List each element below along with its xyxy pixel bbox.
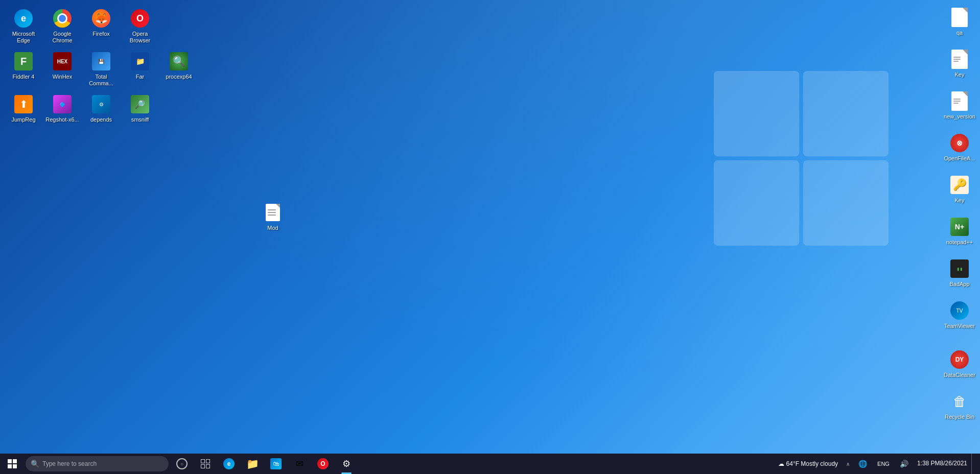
procexp-icon: 🔍	[170, 52, 188, 70]
icon-far[interactable]: 📁 Far	[122, 48, 158, 89]
taskbar-mail[interactable]: ✉	[288, 454, 311, 474]
fiddler-icon: F	[14, 52, 33, 70]
task-sq-4	[206, 464, 210, 468]
desktop-icons-row2: F Fiddler 4 HEX WinHex 💾 TotalComma... 📁	[5, 48, 197, 89]
taskbar-network[interactable]: 🌐	[854, 454, 872, 474]
icon-datacleaner-label: DataCleaner	[944, 372, 975, 378]
depends-icon: ⚙	[92, 95, 110, 113]
taskbar-clock[interactable]: 1:38 PM 8/26/2021	[914, 454, 970, 474]
windows-start-icon	[8, 459, 17, 468]
taskbar-search-bar[interactable]: 🔍 Type here to search	[26, 456, 169, 471]
icon-qa[interactable]: qa	[941, 4, 978, 45]
icon-datacleaner[interactable]: DY DataCleaner	[941, 346, 978, 387]
file-line2	[268, 212, 276, 213]
desktop-icons-row1: e MicrosoftEdge Google Chrome 🦊 Firefox …	[5, 5, 197, 46]
taskbar-edge[interactable]: e	[218, 454, 240, 474]
icon-recycle-bin-label: Recycle Bin	[945, 414, 974, 420]
icon-opera-browser-label: Opera Browser	[122, 31, 158, 44]
icon-jumpreg-label: JumpReg	[11, 116, 35, 123]
taskbar-weather[interactable]: ☁ 64°F Mostly cloudy	[774, 460, 843, 467]
file-line3	[268, 215, 276, 216]
mail-icon: ✉	[296, 458, 304, 469]
teamviewer-icon: TV	[950, 301, 969, 320]
svg-rect-4	[8, 459, 12, 463]
chevron-up-icon: ∧	[846, 461, 850, 467]
chrome-icon	[53, 9, 72, 28]
icon-regshot[interactable]: 🔷 Regshot-x6...	[44, 91, 81, 132]
totalcmd-icon: 💾	[92, 52, 110, 70]
taskbar-volume[interactable]: 🔊	[895, 454, 913, 474]
search-magnifier-icon: 🔍	[31, 460, 39, 468]
taskbar-show-desktop[interactable]	[971, 454, 978, 474]
taskbar-language[interactable]: ENG	[873, 454, 894, 474]
icon-opera-browser[interactable]: O Opera Browser	[122, 5, 158, 46]
task-view-icon	[200, 458, 211, 469]
icon-microsoft-edge[interactable]: e MicrosoftEdge	[5, 5, 42, 46]
icon-far-label: Far	[136, 74, 145, 80]
opera-icon: O	[131, 9, 149, 28]
keyboard-icon: ENG	[876, 461, 891, 467]
icon-total-commander[interactable]: 💾 TotalComma...	[83, 48, 120, 89]
icon-teamviewer[interactable]: TV TeamViewer	[941, 297, 978, 338]
icon-smsniff[interactable]: 🔎 smsniff	[122, 91, 158, 132]
icon-key2[interactable]: 🔑 Key	[941, 172, 978, 212]
cortana-icon: ○	[176, 458, 188, 469]
svg-rect-2	[714, 160, 799, 246]
file-line1	[268, 209, 276, 210]
icon-microsoft-edge-label: MicrosoftEdge	[12, 31, 35, 44]
volume-icon: 🔊	[898, 460, 910, 468]
icon-firefox[interactable]: 🦊 Firefox	[83, 5, 120, 46]
icon-procexp64[interactable]: 🔍 procexp64	[160, 48, 197, 89]
icon-key1[interactable]: Key	[941, 46, 978, 87]
icon-fiddler4[interactable]: F Fiddler 4	[5, 48, 42, 89]
icon-new-version[interactable]: new_version	[941, 88, 978, 129]
taskbar-task-view[interactable]	[194, 454, 217, 474]
icon-badapp[interactable]: ▮▮ BadApp	[941, 255, 978, 296]
icon-notepadpp[interactable]: N+ notepad++	[941, 214, 978, 254]
icon-depends[interactable]: ⚙ depends	[83, 91, 120, 132]
icon-jumpreg[interactable]: ⬆ JumpReg	[5, 91, 42, 132]
icon-google-chrome[interactable]: Google Chrome	[44, 5, 81, 46]
smsniff-icon: 🔎	[131, 95, 149, 113]
icon-smsniff-label: smsniff	[131, 116, 149, 123]
taskbar-opera-icon: O	[317, 458, 329, 469]
icon-total-commander-label: TotalComma...	[89, 74, 113, 87]
svg-rect-0	[714, 71, 799, 156]
clock-date: 8/26/2021	[940, 460, 967, 468]
taskbar-opera[interactable]: O	[312, 454, 334, 474]
task-row-1	[201, 459, 210, 463]
icon-mod[interactable]: Mod	[254, 199, 291, 240]
icon-key1-label: Key	[955, 72, 965, 78]
taskbar-system-tray: ☁ 64°F Mostly cloudy ∧ 🌐 ENG 🔊 1:38 PM 8…	[774, 454, 980, 474]
icon-recycle-bin[interactable]: 🗑 Recycle Bin	[941, 388, 978, 429]
weather-icon: ☁	[778, 460, 784, 467]
icon-new-version-label: new_version	[944, 113, 975, 120]
taskbar-settings[interactable]: ⚙	[335, 454, 358, 474]
taskbar-apps: ○ e 📁 🛍	[171, 454, 358, 474]
badapp-icon: ▮▮	[950, 259, 969, 278]
taskbar-settings-icon: ⚙	[342, 458, 351, 469]
file-explorer-icon: 📁	[246, 458, 259, 470]
taskbar-store[interactable]: 🛍	[265, 454, 287, 474]
icon-winhex[interactable]: HEX WinHex	[44, 48, 81, 89]
taskbar-cortana[interactable]: ○	[171, 454, 193, 474]
regshot-icon: 🔷	[53, 95, 72, 113]
icon-key2-label: Key	[955, 197, 965, 204]
desktop-icons-row3: ⬆ JumpReg 🔷 Regshot-x6... ⚙ depends 🔎	[5, 91, 197, 132]
taskbar-tray-expand[interactable]: ∧	[843, 454, 853, 474]
taskbar-search-text: Type here to search	[42, 460, 97, 467]
desktop: e MicrosoftEdge Google Chrome 🦊 Firefox …	[0, 0, 980, 454]
icon-qa-label: qa	[956, 30, 963, 36]
icon-winhex-label: WinHex	[53, 74, 73, 80]
svg-rect-3	[803, 160, 889, 246]
start-button[interactable]	[0, 454, 25, 474]
svg-rect-7	[13, 464, 17, 468]
winhex-icon: HEX	[53, 52, 72, 70]
firefox-icon: 🦊	[92, 9, 110, 28]
notepadpp-icon: N+	[950, 218, 969, 236]
taskbar-file-explorer[interactable]: 📁	[241, 454, 264, 474]
icon-openfile[interactable]: ⊗ OpenFileA...	[941, 130, 978, 171]
svg-rect-1	[803, 71, 889, 156]
svg-rect-6	[8, 464, 12, 468]
icon-regshot-label: Regshot-x6...	[45, 116, 79, 123]
